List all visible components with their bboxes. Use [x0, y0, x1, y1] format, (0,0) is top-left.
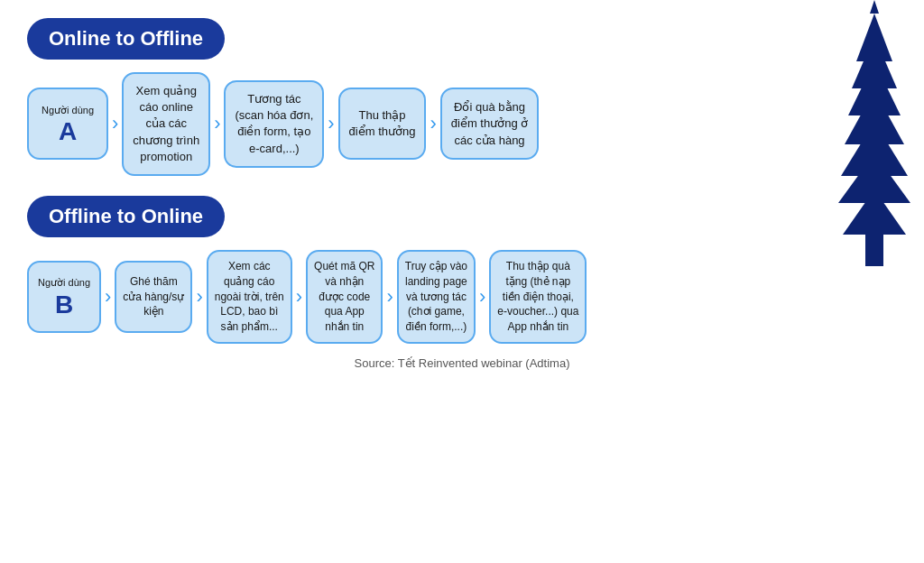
user-b-label: Người dùng [38, 276, 90, 290]
flow-box-s1-step1: Xem quảngcáo onlinecủa cácchương trìnhpr… [122, 72, 210, 176]
flow-box-s2-step5-text: Thu thập quàtặng (thẻ nạptiền điện thoại… [497, 259, 578, 335]
flow-box-user-a: Người dùng A [27, 88, 108, 160]
arrow-b-2: › [192, 285, 206, 309]
flow-box-s2-step3: Quét mã QRvà nhậnđược codequa Appnhắn ti… [306, 250, 383, 344]
flow-box-s2-step5: Thu thập quàtặng (thẻ nạptiền điện thoại… [489, 250, 587, 344]
flow-box-s2-step2: Xem cácquảng cáongoài trời, trênLCD, bao… [207, 250, 292, 344]
arrow-b-3: › [292, 285, 306, 309]
user-a-letter: A [59, 119, 77, 144]
flow-box-s2-step2-text: Xem cácquảng cáongoài trời, trênLCD, bao… [215, 259, 284, 335]
arrow-2: › [210, 112, 224, 135]
flow-box-s2-step4-text: Truy cập vàolanding pagevà tương tác(chơ… [405, 259, 467, 335]
flow-box-s2-step1-text: Ghé thămcửa hàng/sựkiện [123, 274, 184, 319]
source-text: Source: Tết Reinvented webinar (Adtima) [27, 356, 897, 370]
flow-box-s2-step3-text: Quét mã QRvà nhậnđược codequa Appnhắn ti… [314, 259, 374, 335]
section-online-to-offline: Online to Offline Người dùng A › Xem quả… [27, 18, 897, 176]
arrow-b-4: › [383, 285, 396, 309]
flow-box-s1-step2: Tương tác(scan hóa đơn,điền form, tạoe-c… [224, 80, 324, 168]
arrow-4: › [426, 112, 439, 135]
main-container: Online to Offline Người dùng A › Xem quả… [0, 0, 924, 563]
flow-row-1: Người dùng A › Xem quảngcáo onlinecủa cá… [27, 72, 897, 176]
svg-rect-0 [865, 235, 883, 266]
flow-box-user-b: Người dùng B [27, 261, 101, 333]
arrow-b-1: › [101, 285, 115, 309]
flow-box-s1-step3-text: Thu thậpđiểm thưởng [349, 107, 416, 140]
flow-box-s1-step4-text: Đổi quà bằngđiểm thưởng ởcác cửa hàng [451, 99, 528, 149]
section2-bubble: Offline to Online [27, 196, 225, 237]
user-a-label: Người dùng [42, 104, 94, 117]
arrow-b-5: › [476, 285, 489, 309]
tree-decoration [825, 0, 924, 271]
svg-marker-7 [856, 14, 892, 61]
user-b-letter: B [55, 292, 73, 318]
flow-box-s1-step3: Thu thậpđiểm thưởng [338, 88, 427, 160]
arrow-1: › [108, 112, 122, 135]
flow-box-s1-step2-text: Tương tác(scan hóa đơn,điền form, tạoe-c… [235, 91, 313, 157]
arrow-3: › [324, 112, 337, 135]
flow-box-s2-step1: Ghé thămcửa hàng/sựkiện [115, 261, 192, 333]
section-offline-to-online: Offline to Online Người dùng B › Ghé thă… [27, 196, 897, 344]
flow-box-s1-step1-text: Xem quảngcáo onlinecủa cácchương trìnhpr… [133, 83, 199, 165]
flow-box-s1-step4: Đổi quà bằngđiểm thưởng ởcác cửa hàng [440, 88, 539, 160]
flow-row-2: Người dùng B › Ghé thămcửa hàng/sựkiện ›… [27, 250, 897, 344]
flow-box-s2-step4: Truy cập vàolanding pagevà tương tác(chơ… [397, 250, 476, 344]
svg-marker-8 [870, 0, 879, 14]
section1-bubble: Online to Offline [27, 18, 225, 60]
